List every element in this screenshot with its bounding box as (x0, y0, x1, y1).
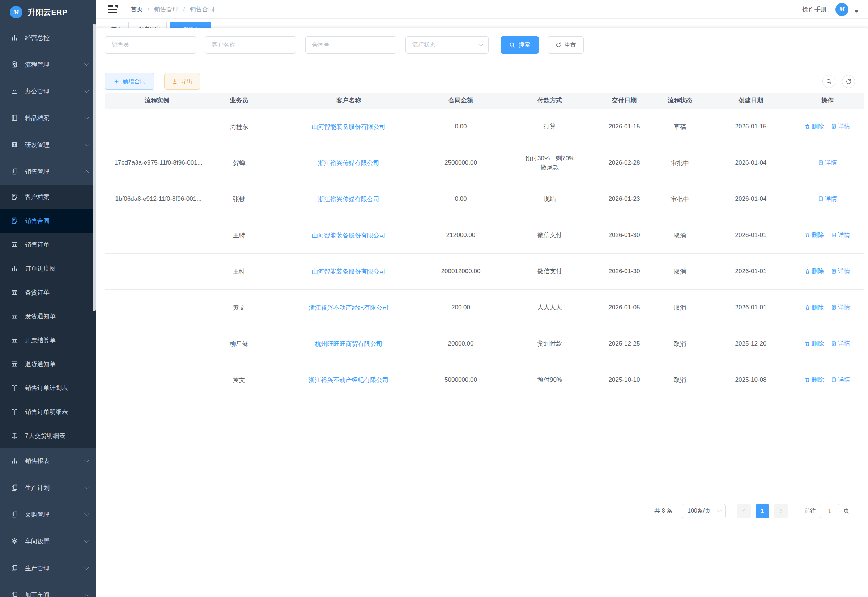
payment-cell: 预付90% (501, 362, 599, 398)
sidebar-item-overview[interactable]: 经营总控 (0, 24, 96, 51)
sidebar-item-label: 客户档案 (25, 193, 88, 201)
breadcrumb-sales-mgmt[interactable]: 销售管理 (154, 5, 179, 13)
current-page-button[interactable]: 1 (755, 504, 769, 518)
payment-cell: 货到付款 (501, 326, 599, 362)
add-contract-button[interactable]: 新增合同 (105, 73, 154, 90)
sidebar-item-label: 流程管理 (25, 61, 85, 69)
delete-link[interactable]: 删除 (805, 376, 824, 384)
sidebar-item-sales-order[interactable]: 销售订单 (0, 233, 96, 257)
collapse-sidebar-icon[interactable] (108, 5, 117, 13)
clipboard-icon (11, 61, 18, 68)
customer-link[interactable]: 山河智能装备股份有限公司 (312, 232, 385, 239)
reset-button[interactable]: 重置 (548, 36, 584, 53)
detail-link[interactable]: 详情 (831, 376, 850, 384)
breadcrumb: 首页 / 销售管理 / 销售合同 (130, 5, 214, 13)
manual-link[interactable]: 操作手册 (802, 5, 827, 13)
delete-link[interactable]: 删除 (805, 231, 824, 239)
sidebar-item-office-mgmt[interactable]: 办公管理 (0, 78, 96, 105)
sidebar-item-label: 研发管理 (25, 141, 85, 149)
prev-page-button[interactable] (737, 504, 751, 518)
instance-cell (105, 362, 209, 398)
sidebar-item-sales-order-plan[interactable]: 销售订单计划表 (0, 376, 96, 400)
goto-page-input[interactable] (820, 504, 840, 518)
sidebar-item-label: 订单进度图 (25, 264, 88, 273)
chevron-up-icon (84, 170, 89, 175)
salesperson-input[interactable] (105, 36, 196, 53)
customer-link[interactable]: 浙江裕兴传媒有限公司 (318, 196, 379, 203)
detail-link[interactable]: 详情 (831, 267, 850, 275)
process-status-select[interactable]: 流程状态 (406, 36, 489, 53)
column-header-payment: 付款方式 (501, 93, 599, 108)
sidebar-item-material-archive[interactable]: 料品档案 (0, 105, 96, 131)
sidebar-item-label: 备货订单 (25, 288, 88, 297)
detail-link[interactable]: 详情 (831, 303, 850, 312)
customer-link[interactable]: 山河智能装备股份有限公司 (312, 123, 385, 130)
detail-link[interactable]: 详情 (818, 195, 837, 203)
sidebar-item-shipping-notice[interactable]: 发货通知单 (0, 304, 96, 328)
sidebar-item-sales-contract[interactable]: 销售合同 (0, 209, 96, 233)
user-menu-caret-icon[interactable] (854, 10, 859, 13)
bar-chart-icon (11, 34, 18, 41)
search-button[interactable]: 搜索 (501, 36, 539, 53)
sidebar-item-customer-archive[interactable]: 客户档案 (0, 185, 96, 209)
sidebar-item-production-mgmt[interactable]: 生产管理 (0, 555, 96, 581)
sidebar-item-stock-order[interactable]: 备货订单 (0, 281, 96, 304)
delivery-date-cell: 2026-01-30 (599, 253, 650, 290)
sidebar-item-rnd-mgmt[interactable]: 研发管理 (0, 131, 96, 158)
customer-link[interactable]: 浙江裕兴不动产经纪有限公司 (309, 304, 389, 311)
breadcrumb-separator: / (148, 6, 150, 13)
chevron-down-icon (84, 458, 89, 462)
column-header-delivery: 交付日期 (599, 93, 650, 108)
detail-link[interactable]: 详情 (831, 339, 850, 348)
sidebar-item-order-progress[interactable]: 订单进度图 (0, 257, 96, 281)
sidebar-item-production-plan[interactable]: 生产计划 (0, 474, 96, 501)
goto-label: 前往 (804, 507, 816, 515)
salesperson-cell: 张键 (209, 181, 269, 217)
table-search-button[interactable] (822, 75, 835, 88)
detail-link[interactable]: 详情 (831, 122, 850, 131)
customer-name-input[interactable] (205, 36, 296, 53)
sidebar-item-sales-mgmt[interactable]: 销售管理 (0, 158, 96, 185)
salesperson-cell: 王特 (209, 253, 269, 290)
column-header-salesperson: 业务员 (209, 93, 269, 108)
customer-link[interactable]: 杭州旺旺旺商贸有限公司 (315, 340, 383, 348)
sidebar-item-purchase-mgmt[interactable]: 采购管理 (0, 501, 96, 528)
delete-link[interactable]: 删除 (805, 267, 824, 275)
delivery-date-cell: 2026-01-23 (599, 181, 650, 217)
bar-chart-icon (11, 457, 18, 465)
delete-link[interactable]: 删除 (805, 122, 824, 131)
sidebar-item-delivery-7day[interactable]: 7天交货明细表 (0, 424, 96, 448)
delete-link[interactable]: 删除 (805, 339, 824, 348)
delivery-date-cell: 2026-01-30 (599, 217, 650, 253)
customer-link[interactable]: 浙江裕兴不动产经纪有限公司 (309, 377, 389, 383)
payment-cell: 微信支付 (501, 253, 599, 290)
sidebar-item-sales-order-detail[interactable]: 销售订单明细表 (0, 400, 96, 424)
sidebar-item-process-mgmt[interactable]: 流程管理 (0, 51, 96, 78)
chevron-down-icon (84, 115, 89, 119)
sidebar-scrollbar[interactable] (93, 24, 96, 311)
sidebar-item-sales-report[interactable]: 销售报表 (0, 448, 96, 474)
amount-cell: 0.00 (428, 108, 501, 145)
sidebar-item-invoice-settlement[interactable]: 开票结算单 (0, 328, 96, 352)
detail-link[interactable]: 详情 (818, 159, 837, 167)
avatar[interactable]: M (835, 3, 849, 16)
instance-cell (105, 217, 209, 253)
next-page-button[interactable] (774, 504, 788, 518)
amount-cell: 200012000.00 (428, 253, 501, 290)
page-size-select[interactable]: 100条/页 (682, 504, 726, 518)
detail-link[interactable]: 详情 (831, 231, 850, 239)
chevron-down-icon (717, 508, 721, 512)
salesperson-cell: 贺蝉 (209, 145, 269, 181)
sidebar-item-workshop-settings[interactable]: 车间设置 (0, 528, 96, 555)
sidebar-item-return-notice[interactable]: 退货通知单 (0, 352, 96, 376)
export-button[interactable]: 导出 (164, 73, 200, 90)
breadcrumb-home[interactable]: 首页 (130, 5, 143, 13)
salesperson-cell: 黄文 (209, 290, 269, 326)
customer-link[interactable]: 浙江裕兴传媒有限公司 (318, 160, 379, 166)
copy-document-icon (11, 591, 18, 597)
delete-link[interactable]: 删除 (805, 303, 824, 312)
customer-link[interactable]: 山河智能装备股份有限公司 (312, 268, 385, 275)
sidebar-item-processing-workshop[interactable]: 加工车间 (0, 581, 96, 597)
table-refresh-button[interactable] (842, 75, 855, 88)
contract-no-input[interactable] (305, 36, 396, 53)
